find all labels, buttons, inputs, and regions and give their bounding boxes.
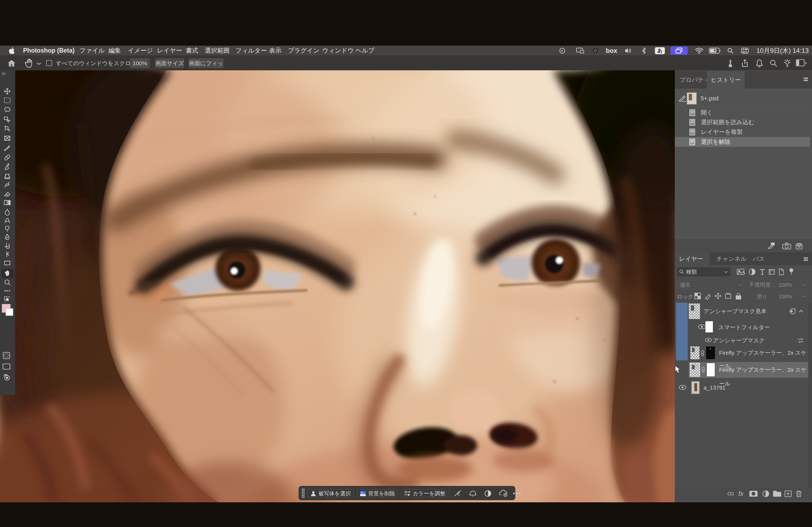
svg-text:fx: fx	[738, 490, 744, 497]
